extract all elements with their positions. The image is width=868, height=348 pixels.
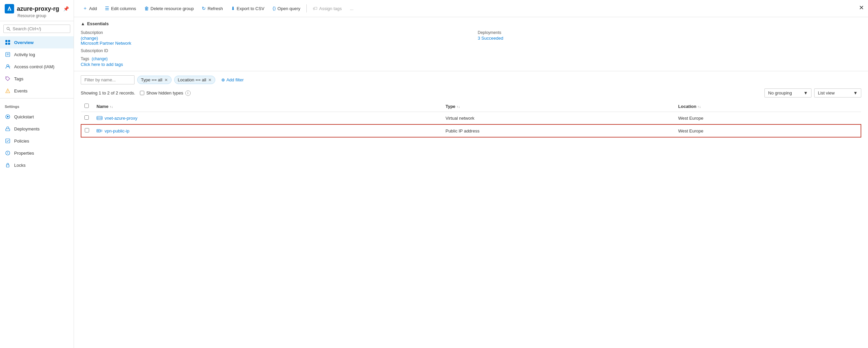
resource-table: Name ↑↓ Type ↑↓ Location ↑↓ [81,101,861,137]
add-tags-link[interactable]: Click here to add tags [81,62,123,67]
tags-label: Tags (change) [81,57,464,61]
open-query-button[interactable]: ⟨⟩ Open query [269,4,304,13]
svg-rect-35 [100,130,102,132]
add-filter-button[interactable]: ⊕ Add filter [218,76,247,84]
subscription-change-link[interactable]: (change) [81,36,98,41]
header-type[interactable]: Type ↑↓ [442,101,675,112]
close-button[interactable]: ✕ [859,4,864,11]
nav-label-policies: Policies [14,138,29,144]
svg-point-17 [7,92,8,92]
add-icon: ＋ [83,5,87,11]
svg-text:<>: <> [99,117,101,119]
row1-check[interactable] [81,112,93,125]
edit-columns-icon: ☰ [105,6,109,11]
view-dropdown[interactable]: List view ▼ [814,88,861,97]
nav-item-quickstart[interactable]: Quickstart [0,110,74,123]
export-button[interactable]: ⬇ Export to CSV [228,4,268,13]
grouping-dropdown[interactable]: No grouping ▼ [765,88,811,97]
essentials-grid: Subscription (change) Microsoft Partner … [81,30,861,67]
svg-rect-32 [97,130,98,131]
sidebar: azure-proxy-rg 📌 Resource group Overview… [0,0,74,348]
toolbar-divider [306,4,307,12]
deployments-label: Deployments [478,30,862,35]
show-hidden-label[interactable]: Show hidden types i [140,90,191,96]
records-bar-right: No grouping ▼ List view ▼ [765,88,861,97]
row2-name-text: vpn-public-ip [104,128,129,133]
nav-label-tags: Tags [14,76,23,82]
app-title-area: azure-proxy-rg 📌 [5,4,69,13]
essentials-header[interactable]: ▲ Essentials [81,21,861,26]
row2-check[interactable] [81,124,93,137]
select-all-checkbox[interactable] [85,103,89,108]
subscription-name-link[interactable]: Microsoft Partner Network [81,41,131,46]
row1-location: West Europe [675,112,861,125]
refresh-icon: ↻ [202,6,206,11]
delete-button[interactable]: 🗑 Delete resource group [141,4,197,13]
more-button[interactable]: ... [346,4,357,13]
filter-type-remove-button[interactable]: ✕ [164,78,168,83]
nav-item-deployments[interactable]: Deployments [0,123,74,135]
vnet-resource-link[interactable]: <> vnet-azure-proxy [96,115,439,121]
svg-rect-25 [6,165,9,167]
show-hidden-info-icon[interactable]: i [185,90,191,96]
delete-icon: 🗑 [144,6,149,11]
edit-columns-button[interactable]: ☰ Edit columns [101,4,139,13]
nav-item-policies[interactable]: Policies [0,135,74,147]
settings-section-title: Settings [0,100,74,110]
nav-item-overview[interactable]: Overview [0,36,74,49]
table-header: Name ↑↓ Type ↑↓ Location ↑↓ [81,101,861,112]
svg-rect-5 [5,40,7,42]
search-input[interactable] [13,26,67,31]
search-box[interactable] [3,25,70,33]
subscription-id-label: Subscription ID [81,49,464,53]
svg-rect-0 [5,4,14,13]
assign-tags-icon: 🏷 [313,6,317,11]
svg-rect-9 [6,53,10,57]
pin-icon[interactable]: 📌 [63,6,69,11]
records-count-text: Showing 1 to 2 of 2 records. [81,90,135,95]
row1-checkbox[interactable] [85,115,89,120]
type-sort-icon[interactable]: ↑↓ [457,105,460,108]
nav-item-locks[interactable]: Locks [0,159,74,171]
header-location[interactable]: Location ↑↓ [675,101,861,112]
assign-tags-button[interactable]: 🏷 Assign tags [309,4,345,13]
policies-icon [5,138,11,144]
show-hidden-checkbox[interactable] [140,91,144,95]
header-select-all[interactable] [81,101,93,112]
svg-line-4 [9,29,10,31]
name-sort-icon[interactable]: ↑↓ [110,105,113,108]
row1-name[interactable]: <> vnet-azure-proxy [93,112,442,125]
subscription-value: (change) Microsoft Partner Network [81,36,464,46]
deployments-link[interactable]: 3 Succeeded [478,36,503,41]
location-sort-icon[interactable]: ↑↓ [698,105,701,108]
filter-name-input[interactable] [81,75,134,85]
vpn-resource-link[interactable]: vpn-public-ip [96,128,439,134]
nav-item-access-control[interactable]: Access control (IAM) [0,61,74,73]
tags-change-link[interactable]: (change) [92,57,107,61]
svg-rect-34 [97,131,99,131]
tags-add-link: Click here to add tags [81,62,464,67]
nav-item-tags[interactable]: Tags [0,73,74,85]
svg-rect-2 [7,10,11,11]
toolbar: ＋ Add ☰ Edit columns 🗑 Delete resource g… [74,0,868,17]
vpn-icon [96,128,102,134]
header-name[interactable]: Name ↑↓ [93,101,442,112]
filter-location-remove-button[interactable]: ✕ [208,78,212,83]
table-row: <> vnet-azure-proxy Virtual network West… [81,112,861,125]
row2-checkbox[interactable] [85,128,89,132]
row2-name[interactable]: vpn-public-ip [93,124,442,137]
view-chevron-icon: ▼ [853,90,858,95]
subscription-id-field: Subscription ID [81,49,464,54]
nav-item-activity-log[interactable]: Activity log [0,49,74,61]
refresh-button[interactable]: ↻ Refresh [198,4,226,13]
grouping-chevron-icon: ▼ [803,90,808,95]
nav-item-events[interactable]: Events [0,85,74,97]
filter-location-label: Location == all [178,77,207,83]
svg-rect-20 [6,129,10,131]
nav-item-properties[interactable]: Properties [0,147,74,159]
add-button[interactable]: ＋ Add [80,3,100,13]
nav-label-deployments: Deployments [14,126,40,131]
table-row: vpn-public-ip Public IP address West Eur… [81,124,861,137]
search-icon [6,27,11,31]
nav-label-access-control: Access control (IAM) [14,64,55,69]
